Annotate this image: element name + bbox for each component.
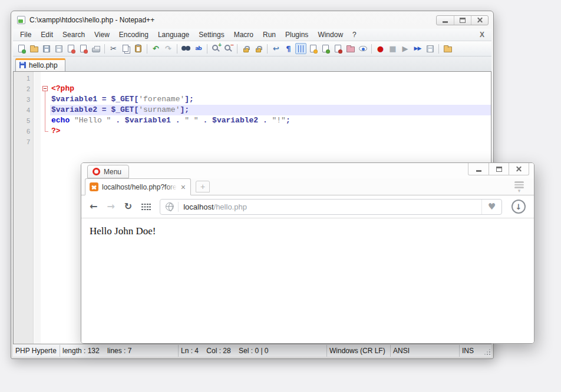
bookmark-heart-icon[interactable]: ♥ [481,200,501,214]
macro-playback-icon[interactable]: ▶ [400,43,411,54]
fold-margin[interactable] [41,115,50,126]
minimize-button[interactable] [468,163,489,175]
save-file-icon[interactable] [41,43,52,54]
menu-window[interactable]: Window [313,29,348,40]
copy-icon[interactable] [120,43,131,54]
maximize-button[interactable] [454,16,471,25]
code-text[interactable]: ?> [50,126,491,137]
maximize-button[interactable] [489,163,509,175]
menu-encoding[interactable]: Encoding [114,29,153,40]
zoom-in-icon[interactable]: + [210,43,222,54]
line-number: 7 [14,137,34,147]
save-all-icon[interactable] [53,43,64,54]
close-button[interactable] [509,163,529,175]
menu-view[interactable]: View [90,29,114,40]
line-number: 6 [14,126,34,137]
sync-horizontal-scrolling-icon[interactable] [253,43,264,54]
opera-menu-button[interactable]: Menu [87,165,129,178]
back-icon[interactable]: ← [90,202,97,211]
menu-macro[interactable]: Macro [229,29,258,40]
menubar-close-button[interactable]: X [475,31,489,39]
menu-search[interactable]: Search [58,29,90,40]
forward-icon[interactable]: → [107,202,114,211]
open-containing-folder-icon[interactable] [442,43,453,54]
url-host: localhost [183,202,213,211]
code-text[interactable] [50,137,491,147]
document-map-icon[interactable] [320,43,331,54]
show-all-characters-icon[interactable]: ¶ [283,43,294,54]
fold-margin[interactable] [41,126,50,137]
tab-hello-php[interactable]: hello.php [15,58,65,71]
undo-icon[interactable]: ↶ [150,43,161,54]
speed-dial-icon[interactable] [141,204,150,210]
bookmark-cell[interactable] [34,73,41,84]
replace-icon[interactable]: ab [193,43,204,54]
notepad-toolbar: ✂↶↷ab+−↩¶●■▶▶▶ [13,41,491,57]
macro-record-icon[interactable]: ● [375,43,386,54]
close-button[interactable] [471,16,488,25]
fold-margin[interactable] [41,84,50,94]
bookmark-cell[interactable] [34,105,41,115]
menu-plugins[interactable]: Plugins [280,29,313,40]
url-text[interactable]: localhost/hello.php [183,202,481,211]
opera-tab[interactable]: localhost/hello.php?forena × [85,178,191,195]
find-icon[interactable] [180,43,192,54]
print-icon[interactable] [90,43,101,54]
toolbar-separator [177,44,177,54]
reload-icon[interactable]: ↻ [124,202,132,211]
maximize-icon [496,167,502,172]
fold-collapse-icon[interactable] [42,86,48,91]
macro-run-multiple-icon[interactable]: ▶▶ [412,43,423,54]
new-file-icon[interactable] [16,43,27,54]
address-bar[interactable]: localhost/hello.php ♥ [160,199,502,215]
minimize-button[interactable] [437,16,454,25]
bookmark-cell[interactable] [34,115,41,126]
macro-save-icon[interactable] [424,43,435,54]
folder-as-workspace-icon[interactable] [345,43,356,54]
cut-icon[interactable]: ✂ [108,43,119,54]
zoom-out-icon[interactable]: − [223,43,234,54]
redo-icon[interactable]: ↷ [163,43,174,54]
paste-icon[interactable] [133,43,144,54]
line-number: 3 [14,94,34,105]
toolbar-separator [207,44,207,54]
notepad-titlebar[interactable]: C:\xampp\htdocs\hello.php - Notepad++ [11,11,493,29]
menu-language[interactable]: Language [153,29,194,40]
file-monitoring-icon[interactable] [357,43,368,54]
bookmark-cell[interactable] [34,84,41,94]
page-output-text: Hello John Doe! [90,225,156,237]
fold-margin[interactable] [41,94,50,105]
menu-settings[interactable]: Settings [194,29,229,40]
macro-stop-icon[interactable]: ■ [387,43,398,54]
bookmark-cell[interactable] [34,137,41,147]
code-text[interactable]: <?php [50,84,491,94]
open-file-icon[interactable] [28,43,39,54]
code-text[interactable]: echo "Hello " . $variable1 . " " . $vari… [50,115,491,126]
opera-menu-label: Menu [104,168,121,176]
word-wrap-icon[interactable]: ↩ [270,43,282,54]
close-all-files-icon[interactable] [78,43,89,54]
statusbar-typing-mode[interactable]: INS [460,345,491,357]
close-file-icon[interactable] [65,43,77,54]
menu-edit[interactable]: Edit [36,29,58,40]
user-defined-language-icon[interactable] [308,43,319,54]
resize-grip[interactable] [489,354,490,355]
code-text[interactable]: $variable1 = $_GET['forename']; [50,94,491,105]
bookmark-cell[interactable] [34,94,41,105]
code-text[interactable]: $variable2 = $_GET['surname']; [50,105,491,115]
statusbar-eol-format[interactable]: Windows (CR LF) [327,345,391,357]
indent-guide-icon[interactable] [295,43,306,54]
statusbar-encoding[interactable]: ANSI [391,345,460,357]
fold-margin[interactable] [41,105,50,115]
sync-vertical-scrolling-icon[interactable] [240,43,252,54]
code-text[interactable] [50,73,491,84]
tab-menu-icon[interactable]: ▾ [514,181,524,192]
new-tab-button[interactable]: + [196,181,210,192]
menu-file[interactable]: File [15,29,36,40]
bookmark-cell[interactable] [34,126,41,137]
menu-run[interactable]: Run [258,29,280,40]
download-icon[interactable]: ↓ [512,200,526,214]
document-switcher-icon[interactable] [332,43,344,54]
tab-close-icon[interactable]: × [180,183,186,191]
menu-help[interactable]: ? [348,29,361,40]
